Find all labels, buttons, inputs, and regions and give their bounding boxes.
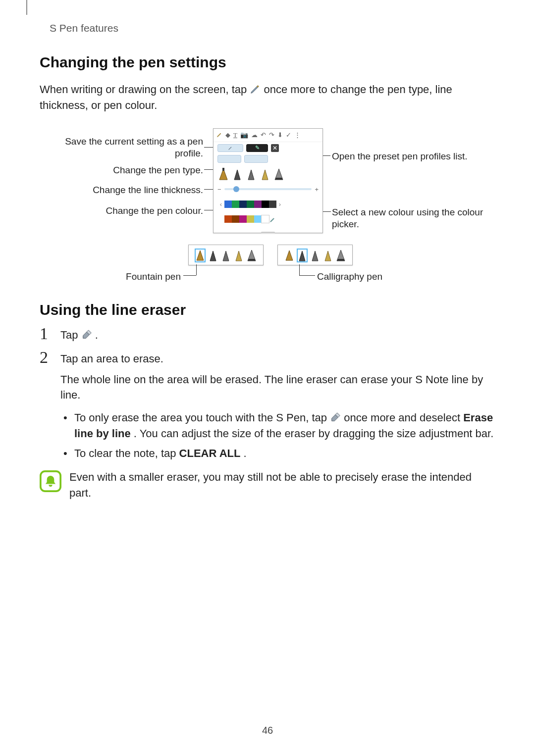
callout-line-thickness: Change the line thickness. [40,184,203,196]
callout-save-profile: Save the current setting as a pen profil… [40,136,203,159]
eraser-icon [81,329,92,340]
colour-swatch[interactable] [239,215,247,223]
step-1: 1 Tap . [40,325,495,343]
tip-bell-icon [40,469,63,501]
b1-b: once more and deselect [344,411,463,424]
swatch-prev-icon[interactable]: ‹ [217,197,224,212]
step2-text-b: The whole line on the area will be erase… [60,372,495,403]
b1-a: To only erase the area you touch with th… [74,411,330,424]
lead-calligraphy-pen-h [299,275,315,276]
panel-drag-handle[interactable] [261,232,275,233]
colour-swatch[interactable] [269,201,276,208]
bullet-clear-all: To clear the note, tap CLEAR ALL . [60,446,495,461]
callout-fountain-pen: Fountain pen [99,271,181,283]
text-tool-icon[interactable]: T [233,132,237,138]
b2-a: To clear the note, tap [74,447,179,459]
pen-tool-icon[interactable] [216,132,222,139]
more-icon[interactable]: ⋮ [294,132,301,138]
callout-preset-list: Open the preset pen profiles list. [332,151,495,162]
slider-minus-icon[interactable]: − [217,186,221,193]
step-2: 2 Tap an area to erase. The whole line o… [40,349,495,465]
colour-picker-button[interactable] [269,215,276,223]
undo-icon[interactable]: ↶ [261,132,266,138]
heading-changing-pen-settings: Changing the pen settings [40,54,495,71]
download-icon[interactable]: ⬇ [277,132,283,138]
step1-text-b: . [95,329,98,341]
eraser-tool-icon[interactable]: ◆ [225,132,230,138]
eraser-icon-2 [330,411,341,422]
profile-close-button[interactable]: ✕ [271,144,279,152]
bullet-erase-area: To only erase the area you touch with th… [60,410,495,442]
colour-swatch[interactable] [262,215,269,223]
step2-text-a: Tap an area to erase. [60,351,495,367]
page: S Pen features Changing the pen settings… [0,0,535,756]
colour-swatch[interactable] [232,215,239,223]
pen-settings-diagram: Save the current setting as a pen profil… [40,128,495,287]
step1-text-a: Tap [60,329,81,341]
callout-calligraphy-pen: Calligraphy pen [317,271,416,283]
callout-pen-type: Change the pen type. [40,164,203,176]
pen-type-calligraphy-panel [277,245,353,265]
colour-swatch[interactable] [232,201,239,208]
swatch-next-icon[interactable]: › [276,197,283,212]
panel-toolbar: ◆ T 📷 ☁ ↶ ↷ ⬇ ✓ ⋮ [214,129,322,142]
slider-plus-icon[interactable]: + [315,186,319,193]
heading-line-eraser: Using the line eraser [40,302,495,318]
b2-b: . [244,447,247,459]
header-tab-mark [26,0,27,15]
step-number-2: 2 [40,349,60,465]
colour-swatches: ‹ › ‹ [214,196,322,230]
colour-swatch[interactable] [239,201,247,208]
cloud-tool-icon[interactable]: ☁ [251,132,258,138]
thickness-slider-row: − + [214,183,322,196]
lead-line-thickness [204,189,214,190]
fountain-pen-hilite [194,248,206,262]
redo-icon[interactable]: ↷ [269,132,274,138]
lead-fountain-pen [196,264,197,275]
preset-chip-b[interactable] [244,155,268,163]
colour-swatch[interactable] [224,215,232,223]
camera-tool-icon[interactable]: 📷 [240,132,248,138]
colour-swatch[interactable] [254,215,262,223]
b2-bold: CLEAR ALL [179,447,241,459]
step-number-1: 1 [40,325,60,343]
breadcrumb: S Pen features [50,22,495,34]
pen-settings-panel: ◆ T 📷 ☁ ↶ ↷ ⬇ ✓ ⋮ ✎ ✕ [213,128,323,233]
preset-chip-a[interactable] [217,155,241,163]
pen-type-fountain-panel [188,245,264,265]
lead-calligraphy-pen [299,264,300,275]
colour-swatch[interactable] [254,201,262,208]
page-number: 46 [0,725,535,736]
lead-pen-type [204,169,214,170]
profile-chip-add[interactable]: ✎ [246,144,268,152]
lead-pen-colour [204,210,214,210]
profile-chip-current[interactable] [217,144,243,152]
pen-type-row[interactable] [214,165,322,183]
pen-icon [250,83,261,94]
calligraphy-pen-hilite [296,248,308,262]
preset-row [214,154,322,165]
check-icon[interactable]: ✓ [286,132,291,138]
callout-pen-colour: Change the pen colour. [40,205,203,217]
profile-row: ✎ ✕ [214,142,322,154]
thickness-slider[interactable] [224,188,312,190]
callout-colour-picker: Select a new colour using the colour pic… [332,206,495,230]
tip-note: Even with a smaller eraser, you may stil… [40,469,495,501]
b1-c: . You can adjust the size of the eraser … [134,427,493,440]
step2-bullets: To only erase the area you touch with th… [60,410,495,461]
colour-swatch[interactable] [224,201,232,208]
intro-text-a: When writing or drawing on the screen, t… [40,83,250,96]
colour-swatch[interactable] [247,215,254,223]
svg-rect-0 [222,168,224,171]
colour-swatch[interactable] [262,201,269,208]
lead-fountain-pen-h [183,275,196,276]
intro-paragraph: When writing or drawing on the screen, t… [40,82,495,113]
tip-text: Even with a smaller eraser, you may stil… [63,469,495,501]
colour-swatch[interactable] [247,201,254,208]
